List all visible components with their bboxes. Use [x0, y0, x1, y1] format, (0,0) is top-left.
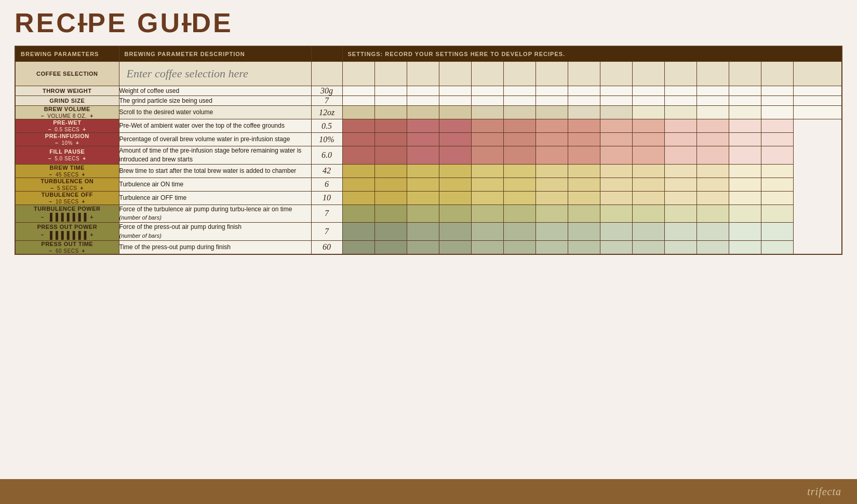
setting-cell [439, 146, 471, 165]
setting-cell [794, 96, 842, 106]
press-out-power-minus[interactable]: − [41, 232, 44, 238]
setting-cell [439, 133, 471, 146]
coffee-selection-input[interactable] [119, 62, 311, 86]
setting-cell [535, 240, 568, 254]
setting-cell [342, 119, 374, 133]
setting-cell [439, 119, 471, 133]
setting-cell [664, 240, 697, 254]
press-out-time-minus[interactable]: − [49, 248, 52, 254]
table-row: PRESS OUT POWER − ▐▐▐▐▐▐▐ + Force of the… [15, 223, 842, 241]
fill-pause-controls: − 5.0 secs + [16, 156, 119, 161]
setting-cell [342, 191, 374, 205]
setting-cell [471, 205, 503, 223]
setting-cell [568, 191, 600, 205]
setting-cell [729, 205, 761, 223]
setting-cell [407, 240, 439, 254]
setting-cell [632, 119, 664, 133]
setting-cell [729, 223, 761, 241]
setting-cell [729, 191, 761, 205]
setting-cell [600, 205, 632, 223]
setting-cell [471, 164, 503, 178]
setting-cell [568, 106, 600, 119]
param-name-pre-wet: PRE-WET [16, 119, 119, 126]
fill-pause-val: 5.0 secs [55, 156, 79, 161]
setting-cell [600, 146, 632, 165]
setting-cell [697, 86, 729, 96]
setting-cell [342, 62, 374, 86]
brew-volume-minus[interactable]: − [41, 113, 44, 119]
tubulence-off-plus[interactable]: + [82, 199, 85, 205]
press-out-power-bars: ▐▐▐▐▐▐▐ [47, 231, 87, 239]
setting-cell [697, 133, 729, 146]
setting-cell [761, 133, 794, 146]
setting-cell [342, 178, 374, 191]
setting-cell [729, 119, 761, 133]
setting-cell [761, 106, 794, 119]
setting-cell [374, 146, 407, 165]
turbulence-on-plus[interactable]: + [81, 185, 84, 191]
param-pre-infusion: PRE-INFUSION − 10% + [15, 133, 119, 146]
tubulence-off-minus[interactable]: − [49, 199, 52, 205]
setting-cell [761, 96, 794, 106]
setting-cell [374, 133, 407, 146]
setting-cell [503, 164, 535, 178]
setting-cell [503, 86, 535, 96]
press-out-time-controls: − 60 secs + [16, 248, 119, 254]
param-name-press-out-power: PRESS OUT POWER [16, 224, 119, 230]
setting-cell [535, 178, 568, 191]
turbulence-power-minus[interactable]: − [41, 214, 44, 220]
pre-wet-plus[interactable]: + [83, 127, 86, 132]
setting-cell [761, 223, 794, 241]
setting-cell [374, 96, 407, 106]
turbulence-on-minus[interactable]: − [51, 185, 54, 191]
setting-cell [503, 119, 535, 133]
pre-wet-minus[interactable]: − [48, 127, 51, 132]
setting-cell [439, 62, 471, 86]
table-row: FILL PAUSE − 5.0 secs + Amount of time o… [15, 146, 842, 165]
setting-cell [535, 164, 568, 178]
pre-wet-controls: − 0.5 secs + [16, 127, 119, 132]
setting-cell [761, 146, 794, 165]
turbulence-power-plus[interactable]: + [90, 214, 93, 220]
brew-time-plus[interactable]: + [82, 172, 85, 178]
desc-tubulence-off: Turbulence air OFF time [119, 191, 311, 205]
setting-cell [632, 178, 664, 191]
setting-cell [632, 191, 664, 205]
setting-cell [342, 106, 374, 119]
table-row: PRE-INFUSION − 10% + Percentage of overa… [15, 133, 842, 146]
pre-infusion-plus[interactable]: + [76, 140, 79, 146]
setting-cell [729, 178, 761, 191]
header-first-val [311, 46, 342, 62]
setting-cell [503, 96, 535, 106]
setting-cell [568, 133, 600, 146]
setting-cell [761, 62, 794, 86]
table-row: BREW TIME − 45 secs + Brew time to start… [15, 164, 842, 178]
press-out-power-plus[interactable]: + [90, 232, 93, 238]
press-out-power-controls: − ▐▐▐▐▐▐▐ + [16, 231, 119, 239]
setting-cell [600, 178, 632, 191]
setting-cell [697, 191, 729, 205]
param-pre-wet: PRE-WET − 0.5 secs + [15, 119, 119, 133]
press-out-time-plus[interactable]: + [82, 248, 85, 254]
setting-cell [697, 62, 729, 86]
setting-cell [535, 191, 568, 205]
brew-time-minus[interactable]: − [49, 172, 52, 178]
desc-brew-time: Brew time to start after the total brew … [119, 164, 311, 178]
setting-cell [697, 119, 729, 133]
setting-cell [600, 240, 632, 254]
setting-cell [342, 133, 374, 146]
fill-pause-plus[interactable]: + [83, 156, 86, 161]
desc-press-out-power-text: Force of the press-out air pump during f… [119, 223, 242, 230]
pre-infusion-val: 10% [61, 140, 73, 146]
setting-cell [407, 133, 439, 146]
setting-cell [407, 62, 439, 86]
setting-cell [439, 240, 471, 254]
setting-cell [374, 191, 407, 205]
setting-cell [664, 62, 697, 86]
setting-cell [535, 119, 568, 133]
desc-turbulence-power-italic: (number of bars) [119, 214, 162, 221]
fill-pause-minus[interactable]: − [48, 156, 51, 161]
pre-infusion-minus[interactable]: − [55, 140, 58, 146]
brew-volume-plus[interactable]: + [90, 113, 93, 119]
setting-cell [535, 96, 568, 106]
